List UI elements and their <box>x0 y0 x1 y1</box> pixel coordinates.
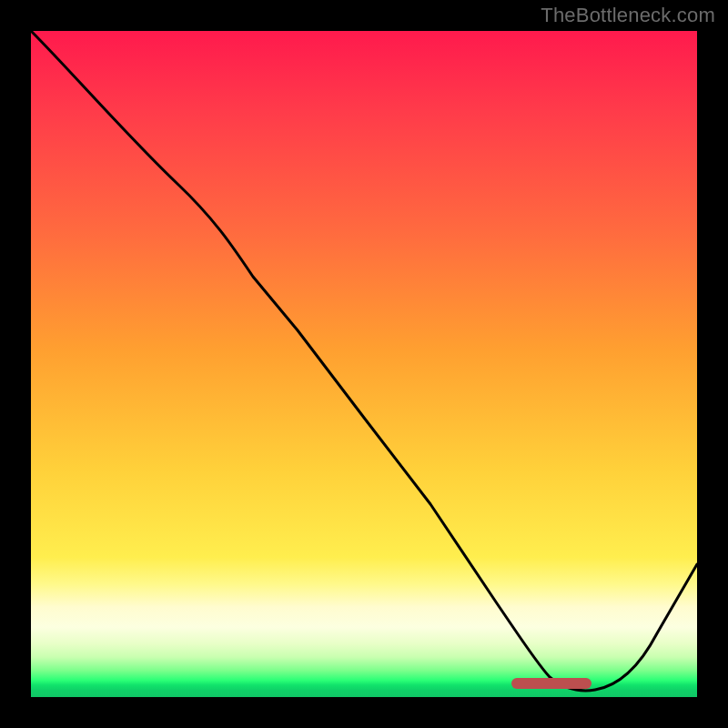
chart-stage: TheBottleneck.com <box>0 0 728 728</box>
chart-gradient-background <box>31 31 697 697</box>
attribution-text: TheBottleneck.com <box>541 4 715 27</box>
valley-marker <box>511 678 592 689</box>
